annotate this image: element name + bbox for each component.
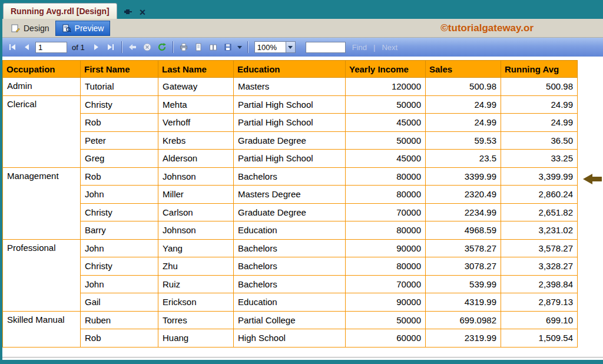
find-next-separator: | — [373, 43, 375, 52]
table-cell: John — [81, 239, 158, 257]
page-setup-button[interactable] — [207, 41, 220, 54]
table-row: RobHuangHigh School600002319.991,509.54 — [3, 329, 578, 348]
table-cell: Johnson — [158, 167, 234, 186]
previous-page-button[interactable] — [21, 41, 34, 54]
document-tab-bar: Running Avg.rdl [Design] × — [0, 0, 603, 19]
tab-preview-label: Preview — [75, 24, 104, 33]
table-cell: 24.99 — [426, 95, 501, 114]
toolbar-separator — [121, 41, 122, 53]
table-cell: Torres — [158, 311, 234, 329]
table-row: Skilled ManualRubenTorresPartial College… — [3, 311, 578, 329]
print-layout-button[interactable] — [192, 41, 205, 54]
find-button[interactable]: Find — [352, 43, 367, 52]
print-button[interactable] — [177, 41, 190, 54]
table-cell: Partial High School — [234, 95, 346, 114]
table-cell: Bachelors — [234, 257, 346, 276]
table-cell: 3,231.02 — [501, 221, 578, 240]
table-cell: Mehta — [158, 95, 234, 114]
table-cell: Education — [234, 221, 346, 240]
table-header-row: Occupation First Name Last Name Educatio… — [3, 61, 578, 78]
report-toolbar: of 1 — [0, 38, 603, 57]
table-cell: Tutorial — [81, 78, 158, 96]
first-page-button[interactable] — [6, 41, 19, 54]
preview-icon — [62, 24, 71, 33]
pin-icon[interactable] — [123, 7, 132, 16]
toolbar-separator — [173, 41, 173, 53]
last-page-button[interactable] — [104, 41, 117, 54]
table-cell: Yang — [158, 239, 234, 257]
table-cell: John — [81, 186, 158, 204]
table-cell: 45000 — [346, 114, 426, 132]
table-cell: Gail — [81, 293, 158, 312]
table-cell: 2,651.82 — [501, 203, 578, 221]
zoom-dropdown-button[interactable] — [286, 41, 296, 53]
table-cell: 90000 — [346, 239, 426, 257]
table-cell: Krebs — [158, 131, 234, 150]
table-cell: Alderson — [158, 150, 234, 168]
next-button[interactable]: Next — [382, 43, 397, 52]
export-dropdown[interactable] — [236, 41, 243, 54]
chevron-down-icon — [288, 46, 293, 49]
export-button[interactable] — [221, 41, 234, 54]
table-cell: Bachelors — [234, 239, 346, 257]
refresh-icon[interactable] — [155, 41, 168, 54]
occupation-group-cell: Management — [3, 167, 81, 239]
column-header-yearly-income: Yearly Income — [346, 61, 426, 78]
toolbar-separator — [247, 41, 248, 53]
find-input[interactable] — [306, 42, 346, 53]
tab-design[interactable]: Design — [5, 21, 55, 36]
table-cell: 2319.99 — [426, 329, 501, 348]
table-cell: 50000 — [346, 131, 426, 150]
table-cell: 2,398.84 — [501, 275, 578, 293]
table-row: GailEricksonEducation900004319.992,879.1… — [3, 293, 578, 312]
table-cell: 699.10 — [501, 311, 578, 329]
report-table: Occupation First Name Last Name Educatio… — [2, 60, 578, 348]
table-cell: Zhu — [158, 257, 234, 276]
window-frame-left — [0, 0, 2, 364]
table-cell: 80000 — [346, 186, 426, 204]
table-cell: Bachelors — [234, 167, 346, 186]
table-cell: 500.98 — [501, 78, 578, 96]
table-cell: Ruben — [81, 311, 158, 329]
table-cell: 3399.99 — [426, 167, 501, 186]
table-cell: 70000 — [346, 275, 426, 293]
table-cell: Christy — [81, 203, 158, 221]
table-cell: 3,578.27 — [501, 239, 578, 257]
table-cell: Christy — [81, 257, 158, 276]
table-cell: Miller — [158, 186, 234, 204]
design-icon — [11, 24, 20, 33]
tab-preview[interactable]: Preview — [55, 21, 111, 36]
table-cell: 3,328.27 — [501, 257, 578, 276]
table-cell: Partial High School — [234, 150, 346, 168]
table-cell: 23.5 — [426, 150, 501, 168]
page-count-label: of 1 — [72, 43, 85, 52]
document-tab[interactable]: Running Avg.rdl [Design] — [3, 3, 117, 19]
page-number-input[interactable] — [35, 42, 67, 53]
zoom-select[interactable]: 100% — [254, 41, 296, 53]
chevron-down-icon — [237, 46, 242, 49]
table-cell: Bachelors — [234, 275, 346, 293]
table-cell: 80000 — [346, 257, 426, 276]
occupation-group-cell: Skilled Manual — [3, 311, 81, 347]
back-to-parent-button[interactable] — [126, 41, 139, 54]
column-header-occupation: Occupation — [3, 61, 81, 78]
brand-text: ©tutorialgateway.or — [440, 22, 534, 34]
window-frame-bottom — [0, 360, 603, 364]
table-row: ChristyCarlsonGraduate Degree700002234.9… — [3, 203, 578, 221]
next-page-button[interactable] — [90, 41, 102, 54]
table-cell: Johnson — [158, 221, 234, 240]
table-cell: Barry — [81, 221, 158, 240]
table-row: ClericalChristyMehtaPartial High School5… — [3, 95, 578, 114]
report-table-body: AdminTutorialGatewayMasters120000500.985… — [3, 78, 578, 348]
table-cell: 699.0982 — [426, 311, 501, 329]
table-cell: 3,399.99 — [501, 167, 578, 186]
table-cell: Rob — [81, 167, 158, 186]
table-cell: High School — [234, 329, 346, 348]
close-icon[interactable]: × — [140, 7, 146, 18]
table-cell: John — [81, 275, 158, 293]
table-cell: 24.99 — [426, 114, 501, 132]
table-cell: Masters Degree — [234, 186, 346, 204]
table-cell: Erickson — [158, 293, 234, 312]
stop-button[interactable] — [141, 41, 154, 54]
table-cell: Partial College — [234, 311, 346, 329]
